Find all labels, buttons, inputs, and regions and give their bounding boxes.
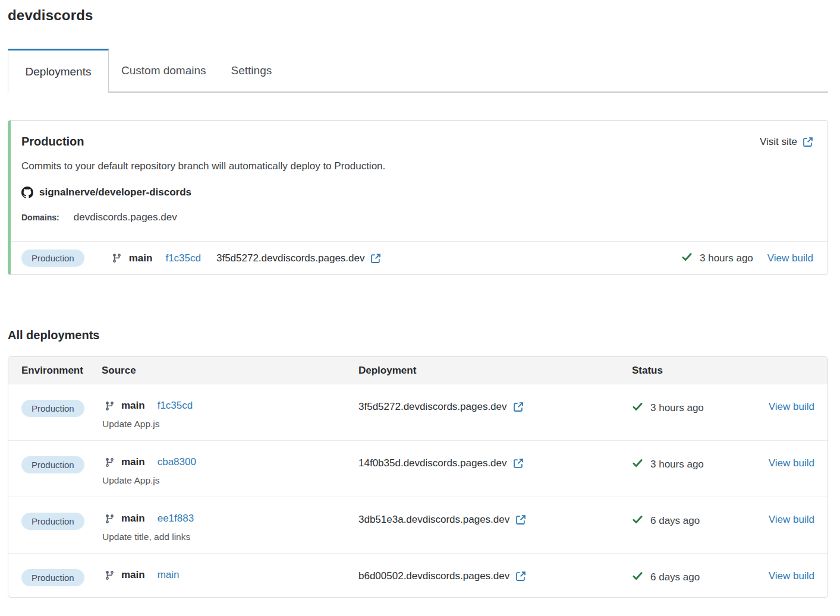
branch-name: main <box>129 252 153 264</box>
external-link-icon[interactable] <box>515 514 526 525</box>
commit-message: Update App.js <box>102 475 358 486</box>
domains-row: Domains: devdiscords.pages.dev <box>21 211 813 223</box>
branch-name: main <box>121 400 145 412</box>
status-time: 6 days ago <box>650 515 700 527</box>
view-build-link[interactable]: View build <box>767 252 813 264</box>
cell-source: main ee1f883 Update title, add links <box>102 513 358 542</box>
pages-project-page: devdiscords Deployments Custom domains S… <box>0 7 840 598</box>
cell-view-build: View build <box>763 514 814 526</box>
tab-custom-domains-label: Custom domains <box>121 64 206 77</box>
column-header-deployment: Deployment <box>358 365 632 377</box>
commit-link[interactable]: cba8300 <box>158 456 196 468</box>
git-branch-icon <box>105 457 115 467</box>
environment-badge: Production <box>21 569 84 586</box>
cell-status: 6 days ago <box>632 514 763 527</box>
column-header-source: Source <box>102 365 358 377</box>
success-check-icon <box>632 514 643 527</box>
environment-badge: Production <box>21 400 84 417</box>
column-header-status: Status <box>632 365 763 377</box>
cell-view-build: View build <box>763 457 814 469</box>
external-link-icon[interactable] <box>513 458 524 469</box>
cell-deployment: 3f5d5272.devdiscords.pages.dev <box>358 401 632 413</box>
deployment-url: b6d00502.devdiscords.pages.dev <box>358 570 509 582</box>
table-row: Production main main b6d00502.devdiscord… <box>8 553 828 597</box>
visit-site-label: Visit site <box>760 136 797 148</box>
git-branch-icon <box>112 253 122 263</box>
cell-environment: Production <box>21 569 102 586</box>
commit-link[interactable]: f1c35cd <box>158 400 193 412</box>
all-deployments-title: All deployments <box>8 328 828 342</box>
external-link-icon[interactable] <box>370 253 381 264</box>
cell-status: 3 hours ago <box>632 401 763 415</box>
domains-value: devdiscords.pages.dev <box>74 211 177 223</box>
git-branch-icon <box>105 401 115 411</box>
status-time: 3 hours ago <box>650 459 704 470</box>
cell-source: main f1c35cd Update App.js <box>102 400 358 429</box>
production-card-title: Production <box>21 135 84 149</box>
commit-link[interactable]: main <box>158 569 180 581</box>
table-row: Production main cba8300 Update App.js 14… <box>8 440 828 497</box>
commit-link[interactable]: f1c35cd <box>165 252 201 264</box>
cell-view-build: View build <box>763 401 814 413</box>
github-icon <box>21 187 33 198</box>
cell-status: 6 days ago <box>632 570 763 584</box>
tab-deployments-label: Deployments <box>26 65 92 78</box>
cell-source: main cba8300 Update App.js <box>102 456 358 486</box>
cell-deployment: b6d00502.devdiscords.pages.dev <box>358 570 632 582</box>
tab-settings-label: Settings <box>231 64 272 77</box>
deployment-url: 3f5d5272.devdiscords.pages.dev <box>216 252 365 264</box>
status-time: 3 hours ago <box>700 252 753 264</box>
repo-link[interactable]: signalnerve/developer-discords <box>21 187 813 198</box>
production-deployment-row: Production main f1c35cd 3f5d5272.devdisc… <box>11 241 828 274</box>
cell-source: main main <box>102 569 358 581</box>
view-build-link[interactable]: View build <box>769 457 814 469</box>
cell-environment: Production <box>21 400 102 417</box>
table-row: Production main f1c35cd Update App.js 3f… <box>8 384 828 440</box>
view-build-link[interactable]: View build <box>769 570 814 582</box>
commit-message: Update App.js <box>102 419 358 429</box>
environment-badge: Production <box>21 456 84 473</box>
success-check-icon <box>681 251 693 265</box>
commit-link[interactable]: ee1f883 <box>158 513 194 525</box>
production-description: Commits to your default repository branc… <box>21 160 813 172</box>
git-branch-icon <box>105 514 115 524</box>
external-link-icon[interactable] <box>803 137 813 147</box>
repo-name: signalnerve/developer-discords <box>39 187 191 198</box>
table-header-row: Environment Source Deployment Status <box>8 357 828 384</box>
git-branch-icon <box>105 570 115 580</box>
external-link-icon[interactable] <box>515 571 526 582</box>
tab-custom-domains[interactable]: Custom domains <box>109 49 219 93</box>
success-check-icon <box>632 401 643 415</box>
cell-deployment: 3db51e3a.devdiscords.pages.dev <box>358 514 632 526</box>
tab-settings[interactable]: Settings <box>219 49 285 93</box>
status-time: 3 hours ago <box>650 402 704 414</box>
status-time: 6 days ago <box>650 571 700 583</box>
environment-badge: Production <box>21 249 84 267</box>
success-check-icon <box>632 457 643 471</box>
deployment-url: 14f0b35d.devdiscords.pages.dev <box>358 457 507 469</box>
production-card: Production Visit site Commits to your de… <box>8 120 828 275</box>
tab-bar-divider <box>109 91 828 93</box>
branch-name: main <box>121 456 145 468</box>
cell-status: 3 hours ago <box>632 457 763 471</box>
deployment-url: 3f5d5272.devdiscords.pages.dev <box>358 401 507 413</box>
deployments-table: Environment Source Deployment Status Pro… <box>8 356 828 598</box>
branch-name: main <box>121 513 145 525</box>
deployment-status: 3 hours ago View build <box>681 251 813 265</box>
cell-environment: Production <box>21 513 102 530</box>
tab-deployments[interactable]: Deployments <box>8 49 109 93</box>
visit-site-link[interactable]: Visit site <box>760 136 813 148</box>
commit-message: Update title, add links <box>102 532 358 542</box>
view-build-link[interactable]: View build <box>769 401 814 412</box>
cell-environment: Production <box>21 456 102 473</box>
deployment-url: 3db51e3a.devdiscords.pages.dev <box>358 514 509 526</box>
column-header-environment: Environment <box>21 365 102 377</box>
external-link-icon[interactable] <box>513 402 524 412</box>
environment-badge: Production <box>21 513 84 530</box>
cell-view-build: View build <box>763 570 814 582</box>
tab-bar: Deployments Custom domains Settings <box>8 49 828 93</box>
view-build-link[interactable]: View build <box>769 514 814 525</box>
table-row: Production main ee1f883 Update title, ad… <box>8 497 828 553</box>
page-title: devdiscords <box>8 7 828 24</box>
cell-deployment: 14f0b35d.devdiscords.pages.dev <box>358 457 632 469</box>
